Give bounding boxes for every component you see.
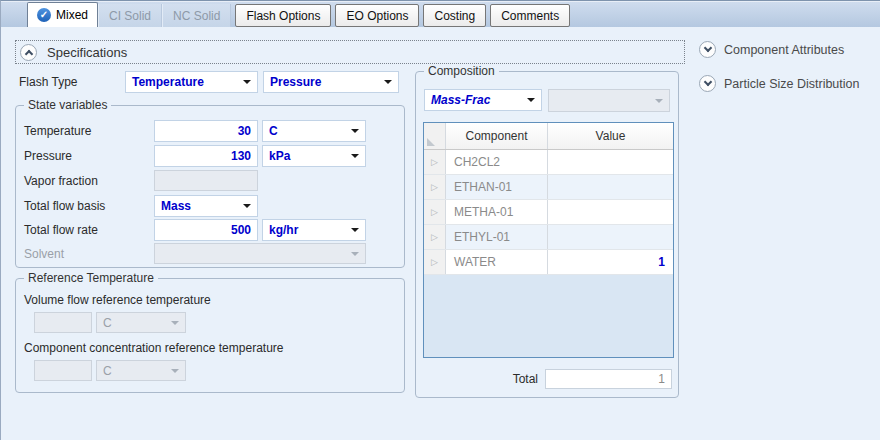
- chevron-down-arrow-icon: [243, 80, 251, 84]
- composition-group: Composition Mass-Frac Component Value ▷ …: [415, 71, 679, 398]
- tab-nc-solid-label: NC Solid: [173, 9, 220, 23]
- volume-flow-ref-temp-unit-value: C: [103, 316, 112, 330]
- temperature-input[interactable]: 30: [154, 120, 258, 142]
- collapse-button[interactable]: [20, 44, 37, 61]
- stream-input-form: Mixed CI Solid NC Solid Flash Options EO…: [0, 0, 880, 440]
- particle-size-distribution-section[interactable]: Particle Size Distribution: [699, 75, 859, 92]
- tab-nc-solid: NC Solid: [162, 4, 231, 27]
- vapor-fraction-label: Vapor fraction: [24, 170, 98, 192]
- value-cell[interactable]: [548, 200, 673, 224]
- value-cell[interactable]: 1: [548, 250, 673, 274]
- tab-comments-label: Comments: [501, 9, 559, 23]
- tab-mixed-label: Mixed: [56, 8, 88, 22]
- row-selector[interactable]: ▷: [424, 250, 446, 274]
- triangle-right-icon: ▷: [431, 257, 438, 267]
- total-flow-rate-input[interactable]: 500: [154, 219, 258, 241]
- pressure-input[interactable]: 130: [154, 145, 258, 167]
- triangle-right-icon: ▷: [431, 157, 438, 167]
- total-flow-rate-unit-dropdown[interactable]: kg/hr: [262, 219, 366, 241]
- chevron-up-icon: [25, 49, 33, 57]
- expand-button[interactable]: [699, 75, 716, 92]
- composition-table: Component Value ▷ CH2CL2 ▷ ETHAN-01 ▷ ME…: [423, 122, 674, 358]
- component-concentration-ref-temp-label: Component concentration reference temper…: [24, 337, 283, 359]
- row-selector[interactable]: ▷: [424, 175, 446, 199]
- flash-type-first-dropdown[interactable]: Temperature: [125, 71, 258, 93]
- solvent-dropdown: [154, 243, 366, 264]
- component-column-header[interactable]: Component: [446, 123, 548, 149]
- total-flow-basis-dropdown[interactable]: Mass: [154, 195, 258, 217]
- component-cell[interactable]: WATER: [446, 250, 548, 274]
- row-selector[interactable]: ▷: [424, 200, 446, 224]
- total-flow-rate-label: Total flow rate: [24, 219, 98, 241]
- chevron-down-arrow-icon: [243, 204, 251, 208]
- pressure-unit-dropdown[interactable]: kPa: [262, 145, 366, 167]
- temperature-unit-dropdown[interactable]: C: [262, 120, 366, 142]
- component-attributes-label: Component Attributes: [724, 43, 844, 57]
- specifications-header[interactable]: Specifications: [15, 40, 685, 64]
- pressure-unit-value: kPa: [269, 149, 290, 163]
- value-cell[interactable]: [548, 175, 673, 199]
- tab-ci-solid: CI Solid: [98, 4, 162, 27]
- component-cell[interactable]: CH2CL2: [446, 150, 548, 174]
- flash-type-second-value: Pressure: [270, 75, 321, 89]
- chevron-down-arrow-icon: [171, 321, 179, 325]
- tab-flash-options-label: Flash Options: [246, 9, 320, 23]
- volume-flow-ref-temp-label: Volume flow reference temperature: [24, 289, 211, 311]
- total-flow-basis-label: Total flow basis: [24, 195, 105, 217]
- expand-button[interactable]: [699, 41, 716, 58]
- tab-flash-options[interactable]: Flash Options: [235, 4, 331, 27]
- pressure-label: Pressure: [24, 145, 72, 167]
- grid-corner-cell[interactable]: [424, 123, 446, 149]
- table-row[interactable]: ▷ ETHYL-01: [424, 225, 673, 250]
- triangle-right-icon: ▷: [431, 232, 438, 242]
- chevron-down-icon: [704, 78, 712, 86]
- value-cell[interactable]: [548, 150, 673, 174]
- chevron-down-arrow-icon: [351, 228, 359, 232]
- table-row[interactable]: ▷ CH2CL2: [424, 150, 673, 175]
- tab-mixed[interactable]: Mixed: [27, 2, 98, 27]
- total-value-field: 1: [545, 369, 672, 389]
- value-cell[interactable]: [548, 225, 673, 249]
- temperature-unit-value: C: [269, 124, 278, 138]
- table-empty-area: [424, 275, 673, 357]
- component-attributes-section[interactable]: Component Attributes: [699, 41, 844, 58]
- tab-costing[interactable]: Costing: [423, 4, 486, 27]
- tab-costing-label: Costing: [434, 9, 475, 23]
- triangle-right-icon: ▷: [431, 182, 438, 192]
- composition-basis-value: Mass-Frac: [431, 93, 490, 107]
- table-row[interactable]: ▷ METHA-01: [424, 200, 673, 225]
- value-column-header[interactable]: Value: [548, 123, 673, 149]
- chevron-down-icon: [704, 44, 712, 52]
- row-selector[interactable]: ▷: [424, 150, 446, 174]
- table-row[interactable]: ▷ WATER 1: [424, 250, 673, 275]
- total-flow-basis-value: Mass: [161, 199, 191, 213]
- particle-size-distribution-label: Particle Size Distribution: [724, 77, 859, 91]
- flash-type-first-value: Temperature: [132, 75, 204, 89]
- diagonal-triangle-icon: [427, 138, 435, 146]
- solvent-label: Solvent: [24, 243, 64, 265]
- tab-bar: Mixed CI Solid NC Solid Flash Options EO…: [1, 1, 880, 27]
- composition-title: Composition: [424, 64, 499, 78]
- check-circle-icon: [37, 8, 51, 22]
- state-variables-group: State variables Temperature 30 C Pressur…: [15, 105, 405, 268]
- vapor-fraction-input: [154, 170, 258, 191]
- reference-temperature-group: Reference Temperature Volume flow refere…: [15, 278, 405, 393]
- volume-flow-ref-temp-unit-dropdown: C: [96, 312, 186, 333]
- component-concentration-ref-temp-unit-value: C: [103, 364, 112, 378]
- table-row[interactable]: ▷ ETHAN-01: [424, 175, 673, 200]
- component-concentration-ref-temp-input: [34, 360, 92, 381]
- table-header-row: Component Value: [424, 123, 673, 150]
- composition-secondary-dropdown: [548, 89, 670, 112]
- flash-type-second-dropdown[interactable]: Pressure: [263, 71, 399, 93]
- tab-comments[interactable]: Comments: [490, 4, 570, 27]
- specifications-title: Specifications: [47, 45, 127, 60]
- total-label: Total: [476, 368, 538, 390]
- component-cell[interactable]: ETHYL-01: [446, 225, 548, 249]
- component-cell[interactable]: METHA-01: [446, 200, 548, 224]
- row-selector[interactable]: ▷: [424, 225, 446, 249]
- chevron-down-arrow-icon: [527, 98, 535, 102]
- chevron-down-arrow-icon: [351, 154, 359, 158]
- component-cell[interactable]: ETHAN-01: [446, 175, 548, 199]
- composition-basis-dropdown[interactable]: Mass-Frac: [424, 89, 542, 111]
- tab-eo-options[interactable]: EO Options: [335, 4, 419, 27]
